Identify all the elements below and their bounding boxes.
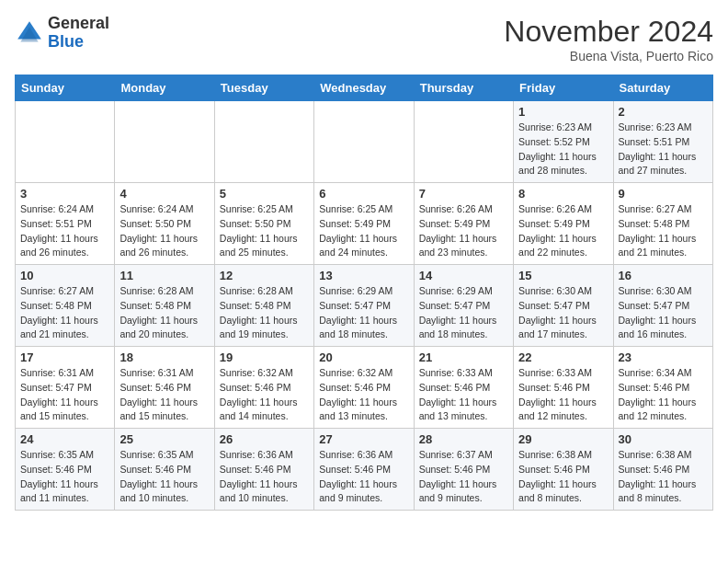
calendar-cell: 28Sunrise: 6:37 AM Sunset: 5:46 PM Dayli… — [414, 429, 513, 511]
day-info: Sunrise: 6:38 AM Sunset: 5:46 PM Dayligh… — [518, 448, 608, 506]
day-number: 1 — [518, 105, 608, 119]
day-number: 21 — [419, 350, 508, 364]
calendar-cell: 6Sunrise: 6:25 AM Sunset: 5:49 PM Daylig… — [314, 183, 414, 265]
day-info: Sunrise: 6:31 AM Sunset: 5:46 PM Dayligh… — [119, 366, 209, 424]
day-number: 23 — [619, 350, 708, 364]
calendar-cell: 16Sunrise: 6:30 AM Sunset: 5:47 PM Dayli… — [613, 265, 712, 347]
day-info: Sunrise: 6:29 AM Sunset: 5:47 PM Dayligh… — [419, 284, 508, 342]
calendar-cell — [414, 101, 513, 183]
day-info: Sunrise: 6:36 AM Sunset: 5:46 PM Dayligh… — [220, 448, 309, 506]
calendar-cell: 3Sunrise: 6:24 AM Sunset: 5:51 PM Daylig… — [16, 183, 115, 265]
day-of-week-header: Sunday — [16, 75, 115, 101]
day-info: Sunrise: 6:38 AM Sunset: 5:46 PM Dayligh… — [619, 448, 708, 506]
calendar-cell: 12Sunrise: 6:28 AM Sunset: 5:48 PM Dayli… — [214, 265, 313, 347]
calendar-cell: 21Sunrise: 6:33 AM Sunset: 5:46 PM Dayli… — [414, 347, 513, 429]
calendar-week-row: 17Sunrise: 6:31 AM Sunset: 5:47 PM Dayli… — [16, 347, 713, 429]
day-info: Sunrise: 6:33 AM Sunset: 5:46 PM Dayligh… — [419, 366, 508, 424]
calendar-cell: 23Sunrise: 6:34 AM Sunset: 5:46 PM Dayli… — [613, 347, 712, 429]
day-number: 29 — [518, 432, 608, 446]
day-of-week-header: Tuesday — [214, 75, 313, 101]
day-number: 17 — [20, 350, 109, 364]
calendar-header-row: SundayMondayTuesdayWednesdayThursdayFrid… — [16, 75, 713, 101]
calendar-cell: 18Sunrise: 6:31 AM Sunset: 5:46 PM Dayli… — [115, 347, 214, 429]
day-number: 15 — [518, 269, 608, 282]
day-number: 14 — [419, 269, 508, 282]
day-number: 5 — [220, 187, 309, 201]
day-number: 7 — [419, 187, 508, 201]
day-number: 28 — [419, 432, 508, 446]
calendar-cell: 19Sunrise: 6:32 AM Sunset: 5:46 PM Dayli… — [214, 347, 313, 429]
calendar-cell: 22Sunrise: 6:33 AM Sunset: 5:46 PM Dayli… — [514, 347, 613, 429]
day-number: 2 — [619, 105, 708, 119]
day-info: Sunrise: 6:24 AM Sunset: 5:50 PM Dayligh… — [119, 202, 209, 260]
day-number: 27 — [319, 432, 408, 446]
page-header: General Blue November 2024 Buena Vista, … — [15, 15, 713, 63]
day-number: 25 — [119, 432, 209, 446]
day-number: 11 — [119, 269, 209, 282]
logo-text: General Blue — [48, 15, 109, 52]
calendar-cell: 27Sunrise: 6:36 AM Sunset: 5:46 PM Dayli… — [314, 429, 414, 511]
calendar-cell: 13Sunrise: 6:29 AM Sunset: 5:47 PM Dayli… — [314, 265, 414, 347]
day-info: Sunrise: 6:30 AM Sunset: 5:47 PM Dayligh… — [518, 284, 608, 342]
day-info: Sunrise: 6:34 AM Sunset: 5:46 PM Dayligh… — [619, 366, 708, 424]
calendar-cell: 30Sunrise: 6:38 AM Sunset: 5:46 PM Dayli… — [613, 429, 712, 511]
day-info: Sunrise: 6:24 AM Sunset: 5:51 PM Dayligh… — [20, 202, 109, 260]
day-of-week-header: Saturday — [613, 75, 712, 101]
calendar-cell: 4Sunrise: 6:24 AM Sunset: 5:50 PM Daylig… — [115, 183, 214, 265]
day-info: Sunrise: 6:33 AM Sunset: 5:46 PM Dayligh… — [518, 366, 608, 424]
day-of-week-header: Monday — [115, 75, 214, 101]
day-info: Sunrise: 6:30 AM Sunset: 5:47 PM Dayligh… — [619, 284, 708, 342]
title-block: November 2024 Buena Vista, Puerto Rico — [504, 15, 713, 63]
day-info: Sunrise: 6:28 AM Sunset: 5:48 PM Dayligh… — [119, 284, 209, 342]
calendar-cell: 5Sunrise: 6:25 AM Sunset: 5:50 PM Daylig… — [214, 183, 313, 265]
day-info: Sunrise: 6:32 AM Sunset: 5:46 PM Dayligh… — [220, 366, 309, 424]
day-info: Sunrise: 6:23 AM Sunset: 5:52 PM Dayligh… — [518, 121, 608, 178]
calendar-cell: 7Sunrise: 6:26 AM Sunset: 5:49 PM Daylig… — [414, 183, 513, 265]
day-info: Sunrise: 6:29 AM Sunset: 5:47 PM Dayligh… — [319, 284, 408, 342]
calendar-cell: 11Sunrise: 6:28 AM Sunset: 5:48 PM Dayli… — [115, 265, 214, 347]
calendar-cell: 1Sunrise: 6:23 AM Sunset: 5:52 PM Daylig… — [514, 101, 613, 183]
calendar-cell: 17Sunrise: 6:31 AM Sunset: 5:47 PM Dayli… — [16, 347, 115, 429]
day-number: 6 — [319, 187, 408, 201]
day-of-week-header: Friday — [514, 75, 613, 101]
day-number: 20 — [319, 350, 408, 364]
day-number: 24 — [20, 432, 109, 446]
day-number: 3 — [20, 187, 109, 201]
calendar-cell: 26Sunrise: 6:36 AM Sunset: 5:46 PM Dayli… — [214, 429, 313, 511]
calendar-cell — [214, 101, 313, 183]
day-number: 18 — [119, 350, 209, 364]
calendar-cell: 25Sunrise: 6:35 AM Sunset: 5:46 PM Dayli… — [115, 429, 214, 511]
day-info: Sunrise: 6:23 AM Sunset: 5:51 PM Dayligh… — [619, 121, 708, 178]
day-info: Sunrise: 6:37 AM Sunset: 5:46 PM Dayligh… — [419, 448, 508, 506]
day-number: 22 — [518, 350, 608, 364]
calendar-week-row: 10Sunrise: 6:27 AM Sunset: 5:48 PM Dayli… — [16, 265, 713, 347]
day-of-week-header: Wednesday — [314, 75, 414, 101]
calendar-week-row: 24Sunrise: 6:35 AM Sunset: 5:46 PM Dayli… — [16, 429, 713, 511]
calendar-cell — [16, 101, 115, 183]
month-title: November 2024 — [504, 15, 713, 49]
calendar-cell: 14Sunrise: 6:29 AM Sunset: 5:47 PM Dayli… — [414, 265, 513, 347]
day-number: 8 — [518, 187, 608, 201]
calendar-cell: 24Sunrise: 6:35 AM Sunset: 5:46 PM Dayli… — [16, 429, 115, 511]
calendar-cell: 10Sunrise: 6:27 AM Sunset: 5:48 PM Dayli… — [16, 265, 115, 347]
logo-blue: Blue — [48, 32, 84, 51]
logo: General Blue — [15, 15, 109, 52]
calendar-cell: 8Sunrise: 6:26 AM Sunset: 5:49 PM Daylig… — [514, 183, 613, 265]
calendar-week-row: 1Sunrise: 6:23 AM Sunset: 5:52 PM Daylig… — [16, 101, 713, 183]
day-info: Sunrise: 6:25 AM Sunset: 5:49 PM Dayligh… — [319, 202, 408, 260]
calendar-cell — [115, 101, 214, 183]
calendar-cell: 20Sunrise: 6:32 AM Sunset: 5:46 PM Dayli… — [314, 347, 414, 429]
day-info: Sunrise: 6:36 AM Sunset: 5:46 PM Dayligh… — [319, 448, 408, 506]
day-number: 30 — [619, 432, 708, 446]
day-info: Sunrise: 6:31 AM Sunset: 5:47 PM Dayligh… — [20, 366, 109, 424]
day-info: Sunrise: 6:26 AM Sunset: 5:49 PM Dayligh… — [419, 202, 508, 260]
day-number: 12 — [220, 269, 309, 282]
day-info: Sunrise: 6:25 AM Sunset: 5:50 PM Dayligh… — [220, 202, 309, 260]
calendar-cell: 2Sunrise: 6:23 AM Sunset: 5:51 PM Daylig… — [613, 101, 712, 183]
day-info: Sunrise: 6:35 AM Sunset: 5:46 PM Dayligh… — [20, 448, 109, 506]
day-number: 9 — [619, 187, 708, 201]
day-number: 16 — [619, 269, 708, 282]
logo-general: General — [48, 14, 109, 32]
day-of-week-header: Thursday — [414, 75, 513, 101]
calendar-cell: 29Sunrise: 6:38 AM Sunset: 5:46 PM Dayli… — [514, 429, 613, 511]
